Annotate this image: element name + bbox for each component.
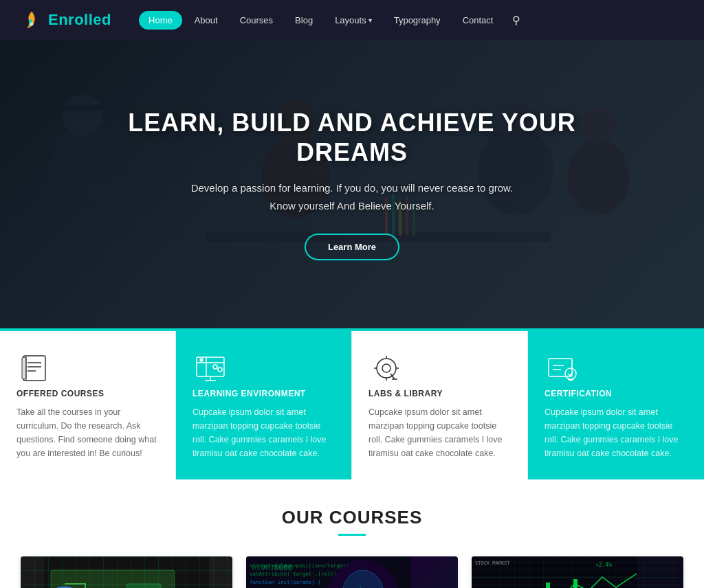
- feature-text-offered: Take all the courses in your curriculum.…: [16, 405, 159, 460]
- svg-text:setAttribute('target',{rel}): setAttribute('target',{rel}): [250, 571, 336, 577]
- svg-rect-45: [51, 570, 175, 588]
- course-card-ai[interactable]: <target><class>position</target> setAttr…: [246, 556, 458, 588]
- feature-text-labs: Cupcake ipsum dolor sit amet marzipan to…: [368, 405, 511, 460]
- feature-text-cert: Cupcake ipsum dolor sit amet marzipan to…: [544, 405, 688, 460]
- section-divider: [338, 534, 366, 536]
- courses-grid: UNO 0:00 <target><class>position</target…: [21, 556, 683, 588]
- svg-rect-86: [546, 583, 550, 588]
- classroom-icon: [192, 350, 228, 386]
- feature-title-learning: LEARNING ENVIRONMENT: [192, 389, 335, 398]
- nav-item-blog[interactable]: Blog: [285, 11, 322, 30]
- nav-item-courses[interactable]: Courses: [230, 11, 283, 30]
- dropdown-chevron-icon: ▾: [368, 16, 372, 24]
- svg-point-31: [382, 364, 390, 372]
- courses-section: OUR COURSES: [0, 479, 704, 588]
- svg-rect-44: [44, 556, 209, 588]
- nav-item-typography[interactable]: Typography: [384, 11, 450, 30]
- nav-links: Home About Courses Blog Layouts ▾ Typogr…: [139, 10, 683, 31]
- svg-line-64: [360, 584, 366, 588]
- course-thumb-finance: +2.4% STOCK MARKET: [472, 556, 683, 588]
- nav-item-home[interactable]: Home: [139, 11, 182, 30]
- svg-rect-88: [573, 579, 578, 588]
- svg-point-27: [218, 368, 222, 372]
- feature-learning-env: LEARNING ENVIRONMENT Cupcake ipsum dolor…: [176, 331, 352, 479]
- feature-certification: CERTIFICATION Cupcake ipsum dolor sit am…: [528, 331, 704, 479]
- feature-text-learning: Cupcake ipsum dolor sit amet marzipan to…: [192, 405, 335, 460]
- dna-icon: [368, 350, 404, 386]
- hero-section: LEARN, BUILD AND ACHIEVE YOUR DREAMS Dev…: [0, 40, 704, 328]
- svg-point-25: [200, 359, 203, 361]
- svg-rect-48: [126, 584, 161, 588]
- navbar: Enrolled Home About Courses Blog Layouts…: [0, 0, 704, 40]
- feature-title-labs: LABS & LIBRARY: [368, 389, 511, 398]
- course-thumb-ai: <target><class>position</target> setAttr…: [246, 556, 458, 588]
- svg-point-41: [565, 368, 576, 379]
- course-card-finance[interactable]: +2.4% STOCK MARKET: [472, 556, 683, 588]
- hero-title: LEARN, BUILD AND ACHIEVE YOUR DREAMS: [125, 108, 579, 167]
- finance-illustration: +2.4% STOCK MARKET: [472, 556, 637, 588]
- nav-item-layouts[interactable]: Layouts ▾: [325, 11, 382, 30]
- svg-point-0: [30, 23, 34, 26]
- svg-rect-67: [472, 556, 637, 588]
- certificate-icon: [544, 350, 580, 386]
- nav-item-about[interactable]: About: [185, 11, 228, 30]
- search-icon[interactable]: ⚲: [505, 10, 527, 31]
- svg-text:STOCK MARKET: STOCK MARKET: [475, 561, 510, 566]
- ai-illustration: <target><class>position</target> setAttr…: [246, 556, 411, 588]
- learn-more-button[interactable]: Learn More: [305, 234, 399, 260]
- svg-text:<target><class>position</targe: <target><class>position</target>: [250, 563, 349, 569]
- electronics-board-illustration: UNO 0:00: [44, 556, 209, 588]
- feature-title-offered: OFFERED COURSES: [16, 389, 159, 398]
- feature-labs: LABS & LIBRARY Cupcake ipsum dolor sit a…: [352, 331, 528, 479]
- logo[interactable]: Enrolled: [21, 9, 111, 31]
- svg-point-26: [213, 365, 217, 369]
- features-section: OFFERED COURSES Take all the courses in …: [0, 328, 704, 479]
- hero-subtitle: Develop a passion for learning. If you d…: [125, 179, 579, 214]
- svg-point-62: [342, 570, 384, 588]
- course-thumb-electronics: UNO 0:00: [21, 556, 232, 588]
- course-card-electronics[interactable]: UNO 0:00: [21, 556, 232, 588]
- courses-title: OUR COURSES: [21, 507, 683, 528]
- feature-title-cert: CERTIFICATION: [544, 389, 688, 398]
- hero-content: LEARN, BUILD AND ACHIEVE YOUR DREAMS Dev…: [111, 108, 593, 260]
- logo-icon: [21, 9, 43, 31]
- svg-point-61: [325, 560, 401, 588]
- book-icon: [16, 350, 52, 386]
- feature-offered-courses: OFFERED COURSES Take all the courses in …: [0, 331, 176, 479]
- svg-rect-16: [23, 356, 45, 381]
- logo-text: Enrolled: [48, 11, 111, 29]
- nav-item-contact[interactable]: Contact: [453, 11, 503, 30]
- svg-point-30: [377, 359, 396, 378]
- svg-text:+2.4%: +2.4%: [595, 562, 612, 568]
- svg-rect-52: [246, 556, 411, 588]
- svg-rect-20: [22, 357, 26, 379]
- svg-text:function init(params) {: function init(params) {: [250, 579, 321, 585]
